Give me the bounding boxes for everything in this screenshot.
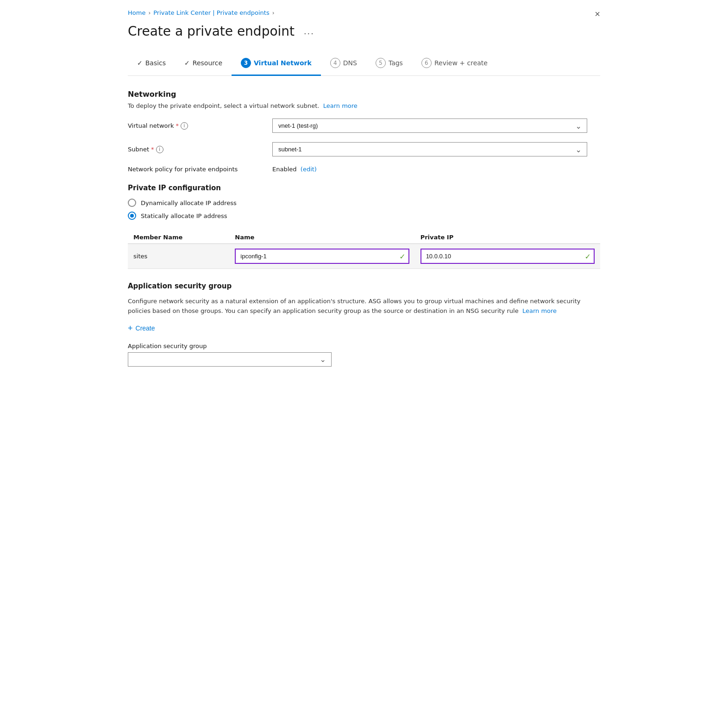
tab-resource[interactable]: ✓ Resource <box>175 55 232 75</box>
tab-review-circle: 6 <box>421 58 432 68</box>
breadcrumb-private-link[interactable]: Private Link Center | Private endpoints <box>153 9 269 16</box>
virtual-network-info-icon[interactable]: i <box>181 122 188 130</box>
name-check-icon: ✓ <box>399 252 405 261</box>
breadcrumb: Home › Private Link Center | Private end… <box>128 9 600 16</box>
policy-edit-link[interactable]: (edit) <box>301 166 317 173</box>
tab-virtual-network-circle: 3 <box>241 58 251 68</box>
virtual-network-select[interactable]: vnet-1 (test-rg) <box>272 118 587 133</box>
virtual-network-label: Virtual network * i <box>128 122 267 130</box>
tab-virtual-network-label: Virtual Network <box>254 59 312 67</box>
table-row: sites ✓ ✓ <box>128 244 600 269</box>
col-member-name: Member Name <box>128 231 229 244</box>
col-name: Name <box>229 231 414 244</box>
tab-basics-label: Basics <box>145 59 166 67</box>
subnet-select[interactable]: subnet-1 <box>272 142 587 156</box>
asg-section: Application security group Configure net… <box>128 282 600 367</box>
tab-review-create[interactable]: 6 Review + create <box>412 53 497 76</box>
networking-section: Networking To deploy the private endpoin… <box>128 90 600 173</box>
wizard-tabs: ✓ Basics ✓ Resource 3 Virtual Network 4 … <box>128 53 600 76</box>
asg-select[interactable] <box>128 352 332 367</box>
radio-static-btn[interactable] <box>128 212 136 220</box>
plus-icon: + <box>128 324 133 333</box>
private-ip-input[interactable] <box>420 249 595 264</box>
tab-resource-check: ✓ <box>184 59 190 67</box>
policy-value: Enabled (edit) <box>272 166 317 173</box>
radio-dynamic-label: Dynamically allocate IP address <box>141 200 237 206</box>
page-title: Create a private endpoint <box>128 24 295 39</box>
private-ip-title: Private IP configuration <box>128 184 600 192</box>
tab-dns-circle: 4 <box>330 58 340 68</box>
cell-name: ✓ <box>229 244 414 269</box>
subnet-select-wrapper: subnet-1 <box>272 142 587 156</box>
close-button[interactable]: × <box>595 9 600 19</box>
networking-learn-more[interactable]: Learn more <box>323 102 358 109</box>
cell-private-ip: ✓ <box>415 244 600 269</box>
name-input-wrapper: ✓ <box>235 249 409 264</box>
virtual-network-required: * <box>176 122 179 129</box>
breadcrumb-sep-1: › <box>148 10 151 16</box>
asg-field: Application security group <box>128 343 600 367</box>
ip-table: Member Name Name Private IP sites ✓ <box>128 231 600 269</box>
radio-dynamic-btn[interactable] <box>128 199 136 207</box>
virtual-network-select-wrapper: vnet-1 (test-rg) <box>272 118 587 133</box>
networking-desc: To deploy the private endpoint, select a… <box>128 102 600 109</box>
radio-group: Dynamically allocate IP address Statical… <box>128 199 600 220</box>
tab-basics[interactable]: ✓ Basics <box>128 55 175 75</box>
page-header: Create a private endpoint ... <box>128 24 600 39</box>
subnet-row: Subnet * i subnet-1 <box>128 142 600 156</box>
ip-table-header-row: Member Name Name Private IP <box>128 231 600 244</box>
virtual-network-control: vnet-1 (test-rg) <box>272 118 587 133</box>
tab-virtual-network[interactable]: 3 Virtual Network <box>232 53 321 76</box>
col-private-ip: Private IP <box>415 231 600 244</box>
subnet-required: * <box>151 146 154 153</box>
private-ip-input-wrapper: ✓ <box>420 249 595 264</box>
tab-dns-label: DNS <box>343 59 357 67</box>
asg-learn-more[interactable]: Learn more <box>522 307 557 314</box>
asg-desc: Configure network security as a natural … <box>128 297 600 316</box>
tab-review-create-label: Review + create <box>434 59 488 67</box>
networking-title: Networking <box>128 90 600 99</box>
asg-title: Application security group <box>128 282 600 290</box>
cell-member-name: sites <box>128 244 229 269</box>
tab-tags[interactable]: 5 Tags <box>366 53 412 76</box>
ellipsis-button[interactable]: ... <box>300 24 318 38</box>
asg-field-label: Application security group <box>128 343 600 349</box>
tab-tags-label: Tags <box>389 59 403 67</box>
tab-tags-circle: 5 <box>376 58 386 68</box>
breadcrumb-home[interactable]: Home <box>128 9 145 16</box>
name-input[interactable] <box>235 249 409 264</box>
radio-static-label: Statically allocate IP address <box>141 212 227 219</box>
tab-resource-label: Resource <box>193 59 222 67</box>
asg-create-label: Create <box>136 324 155 332</box>
subnet-control: subnet-1 <box>272 142 587 156</box>
tab-basics-check: ✓ <box>137 59 143 67</box>
policy-label: Network policy for private endpoints <box>128 166 267 173</box>
asg-create-button[interactable]: + Create <box>128 324 155 333</box>
asg-select-wrapper <box>128 352 332 367</box>
network-policy-row: Network policy for private endpoints Ena… <box>128 166 600 173</box>
subnet-label: Subnet * i <box>128 146 267 153</box>
private-ip-check-icon: ✓ <box>585 252 591 261</box>
private-ip-section: Private IP configuration Dynamically all… <box>128 184 600 269</box>
breadcrumb-sep-2: › <box>272 10 275 16</box>
subnet-info-icon[interactable]: i <box>156 146 163 153</box>
radio-dynamic[interactable]: Dynamically allocate IP address <box>128 199 600 207</box>
virtual-network-row: Virtual network * i vnet-1 (test-rg) <box>128 118 600 133</box>
tab-dns[interactable]: 4 DNS <box>321 53 366 76</box>
radio-static[interactable]: Statically allocate IP address <box>128 212 600 220</box>
